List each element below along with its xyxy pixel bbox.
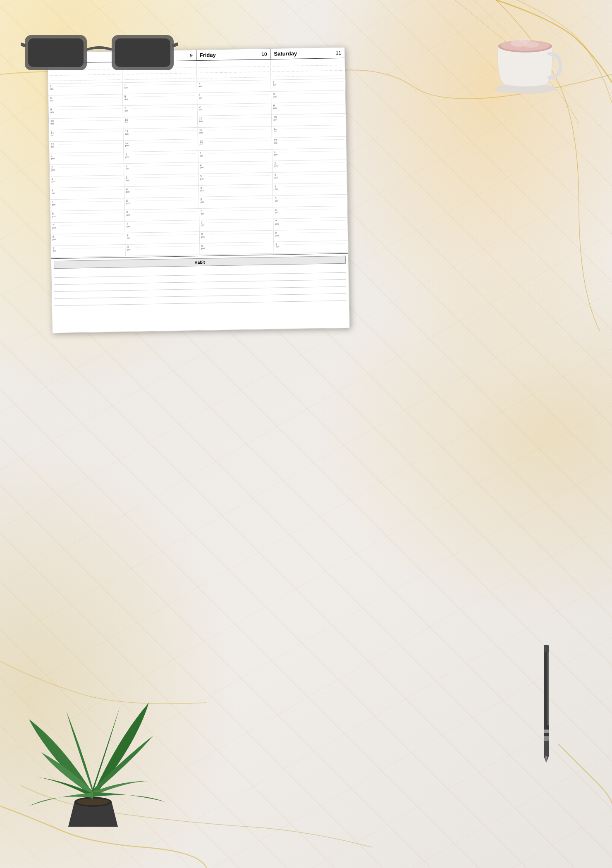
svg-line-10 [21,41,25,45]
svg-line-11 [174,41,178,45]
glasses [21,23,178,76]
coffee-cup [488,12,562,95]
back-num-saturday: 11 [336,50,342,55]
back-num-thursday: 9 [190,52,193,58]
svg-rect-17 [544,736,549,741]
pen [540,641,552,765]
back-num-friday: 10 [261,51,267,57]
plant [21,670,165,835]
svg-rect-18 [544,730,549,733]
svg-rect-15 [547,651,549,725]
svg-point-5 [519,38,531,43]
svg-rect-16 [544,645,549,652]
back-day-friday: Friday [200,52,216,58]
svg-rect-7 [28,38,84,67]
svg-rect-9 [115,38,170,67]
back-day-saturday: Saturday [274,50,297,57]
back-page: Wednesday 8 Thursday 9 Friday 10 Saturda… [47,47,350,333]
svg-point-4 [524,42,539,48]
